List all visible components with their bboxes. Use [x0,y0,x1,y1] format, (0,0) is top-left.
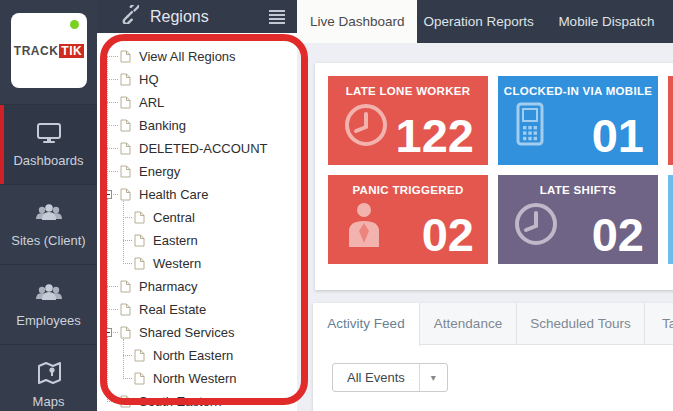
sidebar-item-maps[interactable]: Maps [0,344,97,411]
tab-tasks-partial[interactable]: Ta [645,303,673,344]
kpi-value: 122 [396,108,474,163]
tab-scheduled-tours[interactable]: Scheduled Tours [517,303,645,344]
kpi-tile-partial[interactable] [668,76,673,165]
tree-item[interactable]: View All Regions [97,45,297,68]
map-icon [36,361,62,385]
tree-item[interactable]: North Western [97,367,297,390]
clock-icon [343,102,389,152]
regions-panel: Regions View All RegionsHQARLBankingDELE… [97,0,297,411]
page-icon [120,165,131,178]
people-icon [34,202,64,224]
kpi-label: CLOCKED-IN VIA MOBILE [498,85,658,97]
tree-item[interactable]: HQ [97,68,297,91]
tree-item[interactable]: Energy [97,160,297,183]
tree-item[interactable]: Shared Services [97,321,297,344]
page-icon [120,50,131,63]
page-icon [120,303,131,316]
kpi-value: 01 [592,108,644,163]
tree-item[interactable]: ARL [97,91,297,114]
kpi-tile-late-shifts[interactable]: LATE SHIFTS 02 [498,175,658,264]
tree-item-label: Banking [97,118,186,133]
kpi-label: PANIC TRIGGERED [328,184,488,196]
tree-item-label: Pharmacy [97,279,198,294]
tab-attendance[interactable]: Attendance [420,303,517,344]
main-area: Live Dashboard Operation Reports Mobile … [297,0,673,411]
person-icon [343,201,385,251]
tree-item[interactable]: North Eastern [97,344,297,367]
tree-item[interactable]: Banking [97,114,297,137]
kpi-tile-partial[interactable] [668,175,673,264]
tree-item-label: Eastern [97,233,198,248]
page-icon [120,280,131,293]
kpi-tile-clocked-in-via-mobile[interactable]: CLOCKED-IN VIA MOBILE [498,76,658,165]
tree-item-label: Shared Services [97,325,234,340]
link-icon [120,5,139,28]
activity-feed-body: All Events ▾ [313,345,673,411]
tree-item-label: North Eastern [97,348,233,363]
sidebar-item-label: Dashboards [13,153,83,168]
regions-panel-title: Regions [150,8,258,26]
chevron-down-icon: ▾ [419,364,447,391]
tab-activity-feed[interactable]: Activity Feed [313,303,420,346]
kpi-tile-late-lone-worker[interactable]: LATE LONE WORKER 122 [328,76,488,165]
page-icon [120,188,131,201]
tab-operation-reports[interactable]: Operation Reports [417,0,539,43]
activity-tab-bar: Activity Feed Attendance Scheduled Tours… [313,303,673,345]
page-icon [120,96,131,109]
page-icon [120,326,131,339]
page-icon [120,119,131,132]
tree-item-label: Western [97,256,201,271]
collapse-minus-icon[interactable] [103,190,112,199]
kpi-value: 02 [592,207,644,262]
sidebar-item-label: Sites (Client) [11,233,85,248]
page-icon [120,142,131,155]
tree-item[interactable]: Pharmacy [97,275,297,298]
tree-item[interactable]: Health Care [97,183,297,206]
kpi-tile-panic-triggered[interactable]: PANIC TRIGGERED 02 [328,175,488,264]
kpi-tiles-card: LATE LONE WORKER 122 CLOCKED-IN VIA MOBI… [315,63,673,290]
all-events-dropdown[interactable]: All Events ▾ [332,363,448,392]
tree-item-label: Real Estate [97,302,206,317]
regions-panel-header: Regions [97,0,297,33]
tree-item[interactable]: South Eastern [97,390,297,411]
page-icon [134,372,145,385]
all-events-label: All Events [333,364,419,391]
sidebar-item-employees[interactable]: Employees [0,264,97,344]
tree-item-label: North Western [97,371,237,386]
tree-item[interactable]: Eastern [97,229,297,252]
people-icon [34,282,64,304]
kpi-label: LATE SHIFTS [498,184,658,196]
clock-icon [513,201,559,251]
sidebar-item-dashboards[interactable]: Dashboards [0,104,97,184]
list-menu-icon[interactable] [269,10,285,24]
kpi-value: 02 [422,207,474,262]
sidebar-nav: Dashboards Sites (Client) [0,104,97,411]
monitor-icon [36,122,62,144]
page-icon [134,234,145,247]
page-icon [120,73,131,86]
collapse-minus-icon[interactable] [103,328,112,337]
tree-item[interactable]: Real Estate [97,298,297,321]
page-icon [120,395,131,408]
page-icon [134,257,145,270]
dashboard-content: LATE LONE WORKER 122 CLOCKED-IN VIA MOBI… [297,43,673,411]
sidebar-item-label: Maps [33,394,65,409]
kpi-label: LATE LONE WORKER [328,85,488,97]
tracktik-logo[interactable]: TRACKTIK [11,13,87,88]
top-tab-bar: Live Dashboard Operation Reports Mobile … [297,0,673,43]
tab-mobile-dispatch[interactable]: Mobile Dispatch [540,0,673,43]
page-icon [134,349,145,362]
tree-item-label: Central [97,210,195,225]
tracktik-app: TRACKTIK Dashboards [0,0,673,411]
tree-item-label: Health Care [97,187,208,202]
sidebar-item-label: Employees [16,313,80,328]
brand-text: TRACKTIK [11,44,87,58]
mobile-phone-icon [513,98,547,152]
tree-item[interactable]: Western [97,252,297,275]
tab-live-dashboard[interactable]: Live Dashboard [297,0,417,43]
tree-item[interactable]: DELETED-ACCOUNT [97,137,297,160]
tree-item-label: Energy [97,164,180,179]
tree-item[interactable]: Central [97,206,297,229]
sidebar-item-sites[interactable]: Sites (Client) [0,184,97,264]
sidebar: TRACKTIK Dashboards [0,0,97,411]
